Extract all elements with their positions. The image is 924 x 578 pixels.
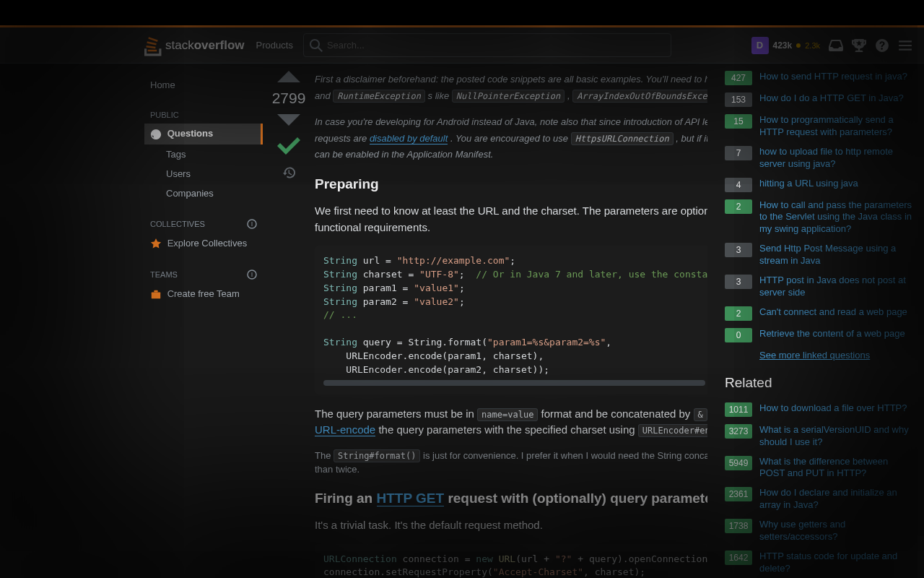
achievements-icon[interactable] xyxy=(852,38,866,53)
linked-title[interactable]: HTTP status code for update and delete? xyxy=(759,551,912,575)
code-runtimeexc: RuntimeException xyxy=(333,90,425,103)
linked-title[interactable]: How do I do a HTTP GET in Java? xyxy=(759,92,904,105)
linked-title[interactable]: How to send HTTP request in java? xyxy=(759,71,907,83)
linked-score: 5949 xyxy=(725,456,752,470)
info-icon[interactable]: i xyxy=(247,219,257,229)
linked-item[interactable]: 7how to upload file to http remote serve… xyxy=(725,146,912,171)
nav-users[interactable]: Users xyxy=(144,164,263,184)
nav-explore-collectives[interactable]: Explore Collectives xyxy=(144,233,263,254)
linked-score: 1738 xyxy=(725,519,752,533)
history-icon[interactable] xyxy=(282,166,295,179)
star-icon xyxy=(150,238,162,249)
code-block-2: URLConnection connection = new URL(url +… xyxy=(315,544,707,578)
nav-create-team[interactable]: Create free Team xyxy=(144,284,263,305)
svg-text:i: i xyxy=(251,220,253,228)
svg-rect-4 xyxy=(152,292,160,298)
related-heading: Related xyxy=(725,375,912,391)
linked-item[interactable]: 3HTTP post in Java does not post at serv… xyxy=(725,275,912,299)
heading-firing-get: Firing an HTTP GET request with (optiona… xyxy=(315,488,707,509)
linked-title[interactable]: Retrieve the content of a web page xyxy=(759,328,905,340)
linked-score: 427 xyxy=(725,71,752,85)
linked-item[interactable]: 2Can't connect and read a web page xyxy=(725,306,912,321)
see-more-linked[interactable]: See more linked questions xyxy=(759,350,912,361)
vote-count: 2799 xyxy=(272,90,306,107)
search-box[interactable] xyxy=(303,33,671,57)
url-encode-link[interactable]: URL-encode xyxy=(315,423,375,436)
linked-title[interactable]: What is a serialVersionUID and why shoul… xyxy=(759,424,912,449)
linked-item[interactable]: 153How do I do a HTTP GET in Java? xyxy=(725,92,912,107)
linked-score: 3 xyxy=(725,243,752,257)
products-link[interactable]: Products xyxy=(256,40,293,51)
code-block-1: String url = "http://example.com"; Strin… xyxy=(315,246,707,394)
linked-item[interactable]: 1011How to download a file over HTTP? xyxy=(725,402,912,417)
upvote-button[interactable] xyxy=(277,71,300,82)
linked-item[interactable]: 3Send Http Post Message using a stream i… xyxy=(725,243,912,267)
right-sidebar: 427How to send HTTP request in java?153H… xyxy=(707,64,924,578)
code-ampersand: & xyxy=(694,408,707,421)
linked-item[interactable]: 427How to send HTTP request in java? xyxy=(725,71,912,85)
linked-title[interactable]: How to call and pass the parameters to t… xyxy=(759,199,912,236)
user-menu[interactable]: D 423k 2.3k xyxy=(751,37,821,54)
http-get-link[interactable]: HTTP GET xyxy=(377,491,445,506)
linked-score: 2 xyxy=(725,306,752,321)
linked-score: 1011 xyxy=(725,402,752,417)
linked-item[interactable]: 4hitting a URL using java xyxy=(725,178,912,192)
heading-preparing: Preparing xyxy=(315,174,707,195)
search-icon xyxy=(310,39,323,52)
linked-item[interactable]: 0Retrieve the content of a web page xyxy=(725,328,912,342)
linked-title[interactable]: How do I declare and initialize an array… xyxy=(759,487,912,512)
linked-title[interactable]: Why use getters and setters/accessors? xyxy=(759,519,912,543)
linked-item[interactable]: 5949What is the difference between POST … xyxy=(725,456,912,480)
nav-companies[interactable]: Companies xyxy=(144,184,263,203)
horizontal-scrollbar[interactable] xyxy=(323,380,705,386)
linked-score: 2 xyxy=(725,199,752,214)
answer-body: First a disclaimer beforehand: the poste… xyxy=(315,71,707,578)
nav-questions[interactable]: Questions xyxy=(144,124,263,144)
linked-title[interactable]: What is the difference between POST and … xyxy=(759,456,912,480)
briefcase-icon xyxy=(150,289,162,301)
linked-title[interactable]: HTTP post in Java does not post at serve… xyxy=(759,275,912,299)
linked-title[interactable]: How to download a file over HTTP? xyxy=(759,402,907,415)
linked-item[interactable]: 3273What is a serialVersionUID and why s… xyxy=(725,424,912,449)
linked-title[interactable]: Can't connect and read a web page xyxy=(759,306,907,319)
site-header: stackoverflow Products D 423k 2.3k xyxy=(0,27,924,64)
code-npe: NullPointerException xyxy=(452,90,565,103)
nav-home[interactable]: Home xyxy=(144,75,263,95)
linked-title[interactable]: Send Http Post Message using a stream in… xyxy=(759,243,912,267)
nav-teams-header: TEAMS i xyxy=(144,265,263,284)
gold-badge-dot xyxy=(796,43,801,48)
inbox-icon[interactable] xyxy=(829,38,843,53)
linked-score: 3273 xyxy=(725,424,752,439)
linked-item[interactable]: 1738Why use getters and setters/accessor… xyxy=(725,519,912,543)
stackoverflow-icon xyxy=(144,35,162,56)
code-urlencoder: URLEncoder#encode() xyxy=(638,424,707,437)
related-questions: 1011How to download a file over HTTP?327… xyxy=(725,402,912,578)
info-icon[interactable]: i xyxy=(247,269,257,280)
vote-column: 2799 xyxy=(274,71,303,578)
nav-public-header: PUBLIC xyxy=(144,106,263,124)
header-right: D 423k 2.3k xyxy=(751,37,913,54)
nav-tags[interactable]: Tags xyxy=(144,144,263,164)
linked-title[interactable]: how to upload file to http remote server… xyxy=(759,146,912,171)
linked-item[interactable]: 2How to call and pass the parameters to … xyxy=(725,199,912,236)
linked-questions: 427How to send HTTP request in java?153H… xyxy=(725,71,912,342)
linked-title[interactable]: hitting a URL using java xyxy=(759,178,858,190)
reputation: 423k xyxy=(773,40,793,51)
help-icon[interactable] xyxy=(875,38,889,53)
globe-icon xyxy=(150,129,162,140)
code-httpsurl: HttpsURLConnection xyxy=(571,132,674,145)
linked-score: 7 xyxy=(725,146,752,160)
logo[interactable]: stackoverflow xyxy=(144,35,245,56)
avatar: D xyxy=(751,37,769,54)
search-input[interactable] xyxy=(327,40,665,51)
gold-badge-count: 2.3k xyxy=(805,41,820,50)
accepted-answer-icon xyxy=(276,133,302,159)
linked-title[interactable]: How to programmatically send a HTTP requ… xyxy=(759,114,912,139)
linked-item[interactable]: 15How to programmatically send a HTTP re… xyxy=(725,114,912,139)
logo-text: stackoverflow xyxy=(165,38,245,53)
disabled-default-link[interactable]: disabled by default xyxy=(370,133,448,144)
linked-item[interactable]: 1642HTTP status code for update and dele… xyxy=(725,551,912,575)
site-switcher-icon[interactable] xyxy=(898,38,912,53)
downvote-button[interactable] xyxy=(277,114,300,126)
linked-item[interactable]: 2361How do I declare and initialize an a… xyxy=(725,487,912,512)
